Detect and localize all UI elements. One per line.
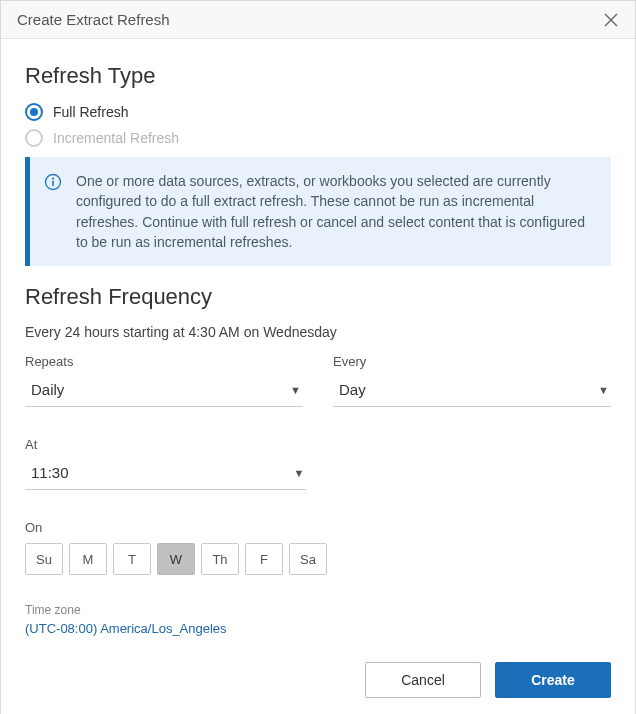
at-select[interactable]: 11:30 ▼ <box>25 458 306 490</box>
at-label: At <box>25 437 306 452</box>
svg-point-3 <box>52 177 54 179</box>
on-label: On <box>25 520 611 535</box>
info-text: One or more data sources, extracts, or w… <box>76 171 593 252</box>
on-field: On Su M T W Th F Sa <box>25 520 611 575</box>
at-value: 11:30 <box>31 464 69 481</box>
radio-selected-icon <box>25 103 43 121</box>
refresh-frequency-heading: Refresh Frequency <box>25 284 611 310</box>
every-field: Every Day ▼ <box>333 354 611 407</box>
dialog-body: Refresh Type Full Refresh Incremental Re… <box>1 39 635 714</box>
dialog: Create Extract Refresh Refresh Type Full… <box>0 0 636 714</box>
day-tuesday[interactable]: T <box>113 543 151 575</box>
refresh-type-heading: Refresh Type <box>25 63 611 89</box>
timezone-label: Time zone <box>25 603 611 617</box>
repeats-field: Repeats Daily ▼ <box>25 354 303 407</box>
radio-incremental-refresh-label: Incremental Refresh <box>53 130 179 146</box>
repeats-select[interactable]: Daily ▼ <box>25 375 303 407</box>
timezone-link[interactable]: (UTC-08:00) America/Los_Angeles <box>25 621 611 636</box>
day-thursday[interactable]: Th <box>201 543 239 575</box>
every-select[interactable]: Day ▼ <box>333 375 611 407</box>
dialog-header: Create Extract Refresh <box>1 1 635 39</box>
frequency-row-2: At 11:30 ▼ <box>25 437 611 490</box>
radio-full-refresh-label: Full Refresh <box>53 104 128 120</box>
dialog-title: Create Extract Refresh <box>17 11 170 28</box>
day-saturday[interactable]: Sa <box>289 543 327 575</box>
chevron-down-icon: ▼ <box>290 384 301 396</box>
chevron-down-icon: ▼ <box>598 384 609 396</box>
close-button[interactable] <box>603 12 619 28</box>
day-monday[interactable]: M <box>69 543 107 575</box>
repeats-label: Repeats <box>25 354 303 369</box>
chevron-down-icon: ▼ <box>293 467 304 479</box>
day-friday[interactable]: F <box>245 543 283 575</box>
info-box: One or more data sources, extracts, or w… <box>25 157 611 266</box>
frequency-summary: Every 24 hours starting at 4:30 AM on We… <box>25 324 611 340</box>
day-sunday[interactable]: Su <box>25 543 63 575</box>
repeats-value: Daily <box>31 381 64 398</box>
dialog-footer: Cancel Create <box>25 662 611 698</box>
info-icon <box>44 173 62 252</box>
day-row: Su M T W Th F Sa <box>25 543 611 575</box>
every-label: Every <box>333 354 611 369</box>
frequency-row-1: Repeats Daily ▼ Every Day ▼ <box>25 354 611 407</box>
close-icon <box>603 12 619 28</box>
radio-full-refresh[interactable]: Full Refresh <box>25 103 611 121</box>
svg-rect-4 <box>52 181 54 187</box>
day-wednesday[interactable]: W <box>157 543 195 575</box>
at-field: At 11:30 ▼ <box>25 437 306 490</box>
cancel-button[interactable]: Cancel <box>365 662 481 698</box>
create-button[interactable]: Create <box>495 662 611 698</box>
radio-unselected-icon <box>25 129 43 147</box>
every-value: Day <box>339 381 366 398</box>
radio-incremental-refresh: Incremental Refresh <box>25 129 611 147</box>
